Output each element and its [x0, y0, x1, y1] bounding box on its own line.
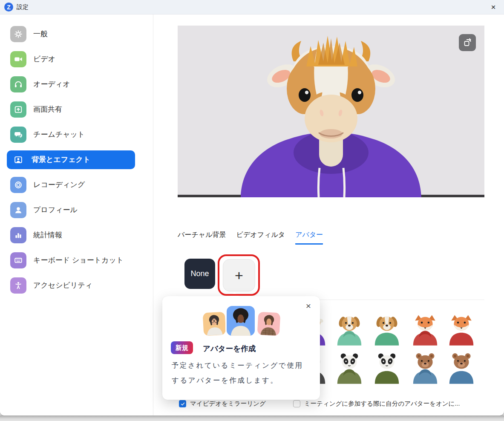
checkbox-unchecked-icon[interactable]: [293, 400, 300, 407]
sidebar-item-label: 背景とエフェクト: [32, 155, 90, 164]
avatar-none-button[interactable]: None: [184, 259, 215, 289]
settings-window: Z 設定 × 一般ビデオオーディオ画面共有チームチャット背景とエフェクトレコーデ…: [0, 0, 504, 415]
avatar-dog-green-tee[interactable]: [371, 312, 403, 346]
popup-arrow: [230, 292, 239, 301]
team-chat-icon: [10, 127, 26, 143]
avatar-options-row: マイビデオをミラーリングミーティングに参加する際に自分のアバターをオンに...: [179, 400, 472, 408]
headphones-icon: [10, 76, 26, 92]
popup-description: 予定されているミーティングで使用 するアバターを作成します。: [172, 358, 303, 388]
sidebar-item-profile[interactable]: プロフィール: [0, 197, 153, 222]
sidebar-item-pill: キーボード ショートカット: [0, 248, 153, 273]
sidebar-item-pill: レコーディング: [0, 172, 153, 197]
sidebar-item-label: ビデオ: [33, 54, 55, 64]
sidebar-item-pill: アクセシビリティ: [0, 273, 153, 298]
avatar-card-man-plaid: [257, 312, 281, 336]
sidebar-item-pill: オーディオ: [0, 72, 153, 97]
sidebar-item-pill: 一般: [0, 21, 153, 46]
avatar-bear-blue-hoodie[interactable]: [409, 351, 441, 384]
recording-icon: [10, 177, 26, 193]
sidebar-item-label: プロフィール: [33, 205, 78, 215]
avatar-card-woman-curly: [225, 305, 256, 337]
video-icon: [10, 51, 26, 67]
sidebar-item-pill: 画面共有: [0, 97, 153, 122]
settings-sidebar: 一般ビデオオーディオ画面共有チームチャット背景とエフェクトレコーディングプロフィ…: [0, 14, 153, 415]
effects-tabs: バーチャル背景 ビデオフィルタ アバター: [178, 231, 323, 245]
window-close-button[interactable]: ×: [487, 1, 500, 14]
sidebar-item-pill: チームチャット: [0, 122, 153, 147]
tab-video-filter[interactable]: ビデオフィルタ: [236, 231, 285, 245]
cow-avatar-illustration: [178, 26, 484, 197]
avatar-dog-teal-hoodie[interactable]: [334, 312, 365, 346]
sidebar-item-keyboard-shortcuts[interactable]: キーボード ショートカット: [0, 248, 153, 273]
sidebar-item-label: 画面共有: [33, 104, 62, 114]
sidebar-item-video[interactable]: ビデオ: [0, 46, 153, 72]
create-avatar-popup: × 新規 アバターを作成 予定されているミーティングで使用 するアバターを作成し…: [162, 296, 320, 400]
sidebar-item-team-chat[interactable]: チームチャット: [0, 122, 153, 147]
avatar-bear-blue-tee[interactable]: [446, 351, 477, 384]
avatar-panda-green-tee[interactable]: [371, 351, 403, 384]
keyboard-icon: [10, 252, 26, 268]
screen-share-icon: [10, 101, 26, 118]
gear-icon: [10, 26, 26, 42]
sidebar-item-label: キーボード ショートカット: [33, 255, 124, 265]
sidebar-item-recording[interactable]: レコーディング: [0, 172, 153, 197]
sidebar-item-screen-share[interactable]: 画面共有: [0, 97, 153, 122]
sidebar-item-label: 一般: [33, 29, 48, 39]
title-bar: Z 設定 ×: [0, 0, 504, 14]
popup-description-line: 予定されているミーティングで使用: [172, 358, 303, 373]
sidebar-item-audio[interactable]: オーディオ: [0, 72, 153, 97]
tab-avatar[interactable]: アバター: [295, 231, 323, 245]
checkbox-option-mirror-video[interactable]: マイビデオをミラーリング: [179, 400, 266, 408]
sidebar-item-background-effects[interactable]: 背景とエフェクト: [0, 147, 153, 172]
sidebar-item-general[interactable]: 一般: [0, 21, 153, 46]
sidebar-item-label: アクセシビリティ: [33, 280, 92, 290]
rotate-icon: [462, 37, 472, 48]
popup-description-line: するアバターを作成します。: [172, 373, 303, 388]
checkbox-option-avatar-on-join[interactable]: ミーティングに参加する際に自分のアバターをオンに...: [293, 400, 460, 408]
sidebar-item-label: チームチャット: [33, 130, 85, 139]
background-effects-icon: [10, 152, 26, 168]
sidebar-item-statistics[interactable]: 統計情報: [0, 222, 153, 248]
accessibility-icon: [10, 277, 26, 294]
checkbox-checked-icon[interactable]: [179, 400, 186, 407]
sidebar-item-pill: 背景とエフェクト: [7, 150, 135, 169]
sidebar-item-pill: ビデオ: [0, 46, 153, 72]
rotate-avatar-button[interactable]: [459, 34, 476, 51]
sidebar-item-label: 統計情報: [33, 230, 62, 240]
popup-close-button[interactable]: ×: [303, 300, 314, 311]
add-avatar-button[interactable]: +: [223, 259, 255, 291]
popup-title: アバターを作成: [203, 343, 256, 354]
new-badge: 新規: [171, 341, 193, 354]
avatar-fox-red-hoodie[interactable]: [409, 312, 441, 346]
sidebar-item-pill: 統計情報: [0, 222, 153, 248]
checkbox-label: ミーティングに参加する際に自分のアバターをオンに...: [304, 400, 460, 408]
profile-icon: [10, 202, 26, 218]
avatar-preview: [178, 26, 484, 197]
sidebar-item-label: オーディオ: [33, 79, 70, 89]
screen: Z 設定 × 一般ビデオオーディオ画面共有チームチャット背景とエフェクトレコーデ…: [0, 0, 504, 421]
window-title: 設定: [17, 3, 29, 11]
zoom-logo-icon: Z: [4, 3, 13, 12]
avatar-card-woman-glasses: [203, 312, 226, 336]
tab-virtual-background[interactable]: バーチャル背景: [178, 231, 226, 245]
avatar-panda-olive-hoodie[interactable]: [334, 351, 365, 384]
window-bottom-shadow: [0, 415, 504, 421]
sidebar-item-label: レコーディング: [33, 180, 85, 190]
checkbox-label: マイビデオをミラーリング: [190, 400, 266, 408]
sidebar-item-accessibility[interactable]: アクセシビリティ: [0, 273, 153, 298]
sidebar-item-pill: プロフィール: [0, 197, 153, 222]
statistics-icon: [10, 227, 26, 243]
avatar-fox-red-tee[interactable]: [446, 312, 477, 346]
